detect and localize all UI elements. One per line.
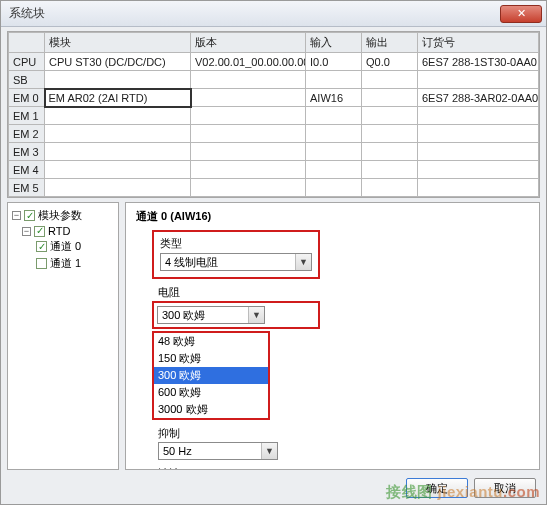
table-row[interactable]: CPU CPU ST30 (DC/DC/DC) V02.00.01_00.00.… bbox=[9, 53, 539, 71]
table-row[interactable]: SB bbox=[9, 71, 539, 89]
tree-rtd-label: RTD bbox=[48, 225, 70, 237]
cell-module-active[interactable]: EM AR02 (2AI RTD) bbox=[45, 89, 191, 107]
filter-label: 滤波 bbox=[158, 466, 529, 470]
cell-version[interactable] bbox=[191, 89, 306, 107]
ok-button[interactable]: 确定 bbox=[406, 478, 468, 498]
row-head: EM 5 bbox=[9, 179, 45, 197]
suppress-value: 50 Hz bbox=[159, 445, 261, 457]
form-panel: 通道 0 (AIW16) 类型 4 线制电阻 ▼ 电阻 300 欧姆 ▼ bbox=[125, 202, 540, 470]
cell-in[interactable] bbox=[306, 71, 362, 89]
table-row[interactable]: EM 4 bbox=[9, 161, 539, 179]
cell-version[interactable]: V02.00.01_00.00.00.00 bbox=[191, 53, 306, 71]
resistance-option-selected[interactable]: 300 欧姆 bbox=[154, 367, 268, 384]
cell-module[interactable]: CPU ST30 (DC/DC/DC) bbox=[45, 53, 191, 71]
cell-order[interactable]: 6ES7 288-1ST30-0AA0 bbox=[418, 53, 539, 71]
grid-header-version[interactable]: 版本 bbox=[191, 33, 306, 53]
tree-panel[interactable]: − ✓ 模块参数 − ✓ RTD ✓ 通道 0 ✓ 通道 1 bbox=[7, 202, 119, 470]
cell-out[interactable]: Q0.0 bbox=[362, 53, 418, 71]
filter-field: 滤波 弱（4 个周期） ▼ bbox=[158, 466, 529, 470]
module-grid[interactable]: 模块 版本 输入 输出 订货号 CPU CPU ST30 (DC/DC/DC) … bbox=[8, 32, 539, 197]
cell-order[interactable] bbox=[418, 71, 539, 89]
expander-icon[interactable]: − bbox=[22, 227, 31, 236]
type-field-group: 类型 4 线制电阻 ▼ bbox=[152, 230, 320, 279]
resistance-combo-value: 300 欧姆 bbox=[158, 308, 248, 323]
resistance-combo[interactable]: 300 欧姆 ▼ bbox=[157, 306, 265, 324]
checkbox-icon[interactable]: ✓ bbox=[36, 241, 47, 252]
tree-channel-1[interactable]: ✓ 通道 1 bbox=[10, 255, 116, 272]
cell-version[interactable] bbox=[191, 71, 306, 89]
cell-out[interactable] bbox=[362, 89, 418, 107]
system-block-dialog: 系统块 ✕ 模块 版本 输入 输出 订货号 CPU bbox=[0, 0, 547, 505]
row-head: EM 4 bbox=[9, 161, 45, 179]
resistance-option[interactable]: 3000 欧姆 bbox=[154, 401, 268, 418]
resistance-field-group: 电阻 300 欧姆 ▼ 48 欧姆 150 欧姆 300 欧姆 600 欧姆 3… bbox=[152, 285, 320, 420]
module-grid-container: 模块 版本 输入 输出 订货号 CPU CPU ST30 (DC/DC/DC) … bbox=[7, 31, 540, 198]
type-combo[interactable]: 4 线制电阻 ▼ bbox=[160, 253, 312, 271]
row-head: EM 3 bbox=[9, 143, 45, 161]
tree-channel-0[interactable]: ✓ 通道 0 bbox=[10, 238, 116, 255]
lower-pane: − ✓ 模块参数 − ✓ RTD ✓ 通道 0 ✓ 通道 1 通道 0 (AIW… bbox=[7, 202, 540, 470]
row-head: SB bbox=[9, 71, 45, 89]
resistance-combo-highlight: 300 欧姆 ▼ bbox=[152, 301, 320, 329]
cell-order[interactable]: 6ES7 288-3AR02-0AA0 bbox=[418, 89, 539, 107]
table-row[interactable]: EM 5 bbox=[9, 179, 539, 197]
cell-module[interactable] bbox=[45, 71, 191, 89]
titlebar: 系统块 ✕ bbox=[1, 1, 546, 27]
close-icon: ✕ bbox=[517, 7, 526, 20]
close-button[interactable]: ✕ bbox=[500, 5, 542, 23]
grid-header-module[interactable]: 模块 bbox=[45, 33, 191, 53]
suppress-label: 抑制 bbox=[158, 426, 529, 441]
row-head: EM 1 bbox=[9, 107, 45, 125]
grid-header-order[interactable]: 订货号 bbox=[418, 33, 539, 53]
channel-heading: 通道 0 (AIW16) bbox=[136, 209, 529, 224]
tree-ch1-label: 通道 1 bbox=[50, 256, 81, 271]
cell-out[interactable] bbox=[362, 71, 418, 89]
dialog-button-row: 确定 取消 bbox=[406, 478, 536, 498]
cell-in[interactable]: AIW16 bbox=[306, 89, 362, 107]
expander-icon[interactable]: − bbox=[12, 211, 21, 220]
chevron-down-icon: ▼ bbox=[295, 254, 311, 270]
type-combo-value: 4 线制电阻 bbox=[161, 255, 295, 270]
tree-rtd[interactable]: − ✓ RTD bbox=[10, 224, 116, 238]
table-row[interactable]: EM 1 bbox=[9, 107, 539, 125]
grid-header-output[interactable]: 输出 bbox=[362, 33, 418, 53]
resistance-label: 电阻 bbox=[158, 285, 320, 300]
tree-root-label: 模块参数 bbox=[38, 208, 82, 223]
row-head: EM 0 bbox=[9, 89, 45, 107]
tree-ch0-label: 通道 0 bbox=[50, 239, 81, 254]
checkbox-icon[interactable]: ✓ bbox=[34, 226, 45, 237]
chevron-down-icon: ▼ bbox=[261, 443, 277, 459]
cell-module[interactable] bbox=[45, 107, 191, 125]
cancel-button[interactable]: 取消 bbox=[474, 478, 536, 498]
cell-in[interactable]: I0.0 bbox=[306, 53, 362, 71]
table-row[interactable]: EM 0 EM AR02 (2AI RTD) AIW16 6ES7 288-3A… bbox=[9, 89, 539, 107]
grid-header-input[interactable]: 输入 bbox=[306, 33, 362, 53]
row-head: CPU bbox=[9, 53, 45, 71]
resistance-option[interactable]: 48 欧姆 bbox=[154, 333, 268, 350]
row-head: EM 2 bbox=[9, 125, 45, 143]
grid-header-blank bbox=[9, 33, 45, 53]
table-row[interactable]: EM 2 bbox=[9, 125, 539, 143]
chevron-down-icon: ▼ bbox=[248, 307, 264, 323]
checkbox-icon[interactable]: ✓ bbox=[36, 258, 47, 269]
type-label: 类型 bbox=[160, 236, 312, 251]
window-title: 系统块 bbox=[9, 5, 500, 22]
suppress-field: 抑制 50 Hz ▼ bbox=[158, 426, 529, 460]
suppress-combo[interactable]: 50 Hz ▼ bbox=[158, 442, 278, 460]
table-row[interactable]: EM 3 bbox=[9, 143, 539, 161]
grid-header-row: 模块 版本 输入 输出 订货号 bbox=[9, 33, 539, 53]
resistance-dropdown-list[interactable]: 48 欧姆 150 欧姆 300 欧姆 600 欧姆 3000 欧姆 bbox=[152, 331, 270, 420]
resistance-option[interactable]: 150 欧姆 bbox=[154, 350, 268, 367]
resistance-option[interactable]: 600 欧姆 bbox=[154, 384, 268, 401]
tree-root[interactable]: − ✓ 模块参数 bbox=[10, 207, 116, 224]
checkbox-icon[interactable]: ✓ bbox=[24, 210, 35, 221]
